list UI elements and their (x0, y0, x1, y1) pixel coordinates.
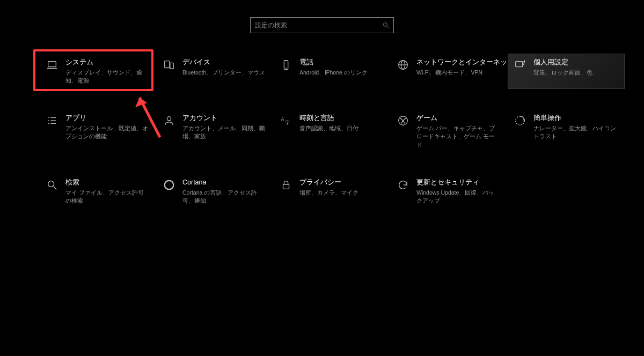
tile-title: 簡単操作 (533, 114, 617, 123)
tile-title: 検索 (65, 178, 149, 187)
svg-point-24 (48, 181, 54, 187)
person-icon (163, 115, 175, 127)
svg-rect-5 (170, 63, 173, 69)
tile-title: 時刻と言語 (299, 114, 358, 123)
tile-cortana[interactable]: Cortana Cortana の言語、アクセス許可、通知 (157, 174, 274, 209)
tile-desc: Windows Update、回復、バックアップ (416, 189, 500, 205)
magnifier-icon (46, 179, 58, 191)
ease-icon (514, 115, 526, 127)
tile-title: ゲーム (416, 114, 500, 123)
tile-phone[interactable]: 電話 Android、iPhone のリンク (274, 54, 391, 89)
svg-line-25 (54, 187, 57, 190)
tile-system[interactable]: システム ディスプレイ、サウンド、通知、電源 (40, 54, 157, 89)
lock-icon (280, 179, 292, 191)
tile-desc: ゲーム バー、キャプチャ、ブロードキャスト、ゲーム モード (416, 124, 500, 149)
globe-icon (397, 59, 409, 71)
tile-desc: Bluetooth、プリンター、マウス (182, 69, 265, 77)
svg-rect-4 (165, 61, 170, 68)
tile-desc: アカウント、メール、同期、職場、家族 (182, 124, 266, 140)
svg-text:A: A (281, 117, 284, 122)
svg-point-26 (165, 181, 174, 190)
tile-title: プライバシー (299, 178, 358, 187)
svg-rect-2 (48, 62, 56, 67)
sync-icon (397, 179, 409, 191)
svg-point-19 (167, 117, 171, 121)
devices-icon (163, 59, 175, 71)
tile-gaming[interactable]: ゲーム ゲーム バー、キャプチャ、ブロードキャスト、ゲーム モード (391, 109, 508, 153)
tile-desc: アンインストール、既定値、オプションの機能 (65, 124, 149, 140)
tile-title: ネットワークとインターネット (416, 58, 514, 67)
tile-title: 更新とセキュリティ (416, 178, 500, 187)
search-input[interactable] (250, 17, 394, 33)
tile-desc: 場所、カメラ、マイク (299, 189, 358, 197)
tile-title: デバイス (182, 58, 265, 67)
tile-accounts[interactable]: アカウント アカウント、メール、同期、職場、家族 (157, 109, 274, 153)
tile-time-language[interactable]: A字 時刻と言語 音声認識、地域、日付 (274, 109, 391, 153)
tile-title: アプリ (65, 114, 149, 123)
tile-desc: 背景、ロック画面、色 (533, 69, 592, 77)
tile-title: 個人用設定 (533, 58, 592, 67)
tile-devices[interactable]: デバイス Bluetooth、プリンター、マウス (157, 54, 274, 89)
tile-personalization[interactable]: 個人用設定 背景、ロック画面、色 (508, 54, 625, 89)
language-icon: A字 (280, 115, 292, 127)
tile-title: システム (65, 58, 149, 67)
tile-update-security[interactable]: 更新とセキュリティ Windows Update、回復、バックアップ (391, 174, 508, 209)
svg-rect-12 (516, 62, 523, 67)
tile-title: 電話 (299, 58, 368, 67)
svg-text:字: 字 (285, 121, 290, 126)
phone-icon (280, 59, 292, 71)
laptop-icon (46, 59, 58, 71)
tile-title: アカウント (182, 114, 266, 123)
tile-search[interactable]: 検索 マイ ファイル、アクセス許可の検索 (40, 174, 157, 209)
tile-privacy[interactable]: プライバシー 場所、カメラ、マイク (274, 174, 391, 209)
apps-list-icon (46, 115, 58, 127)
tile-desc: ナレーター、拡大鏡、ハイコントラスト (533, 124, 617, 140)
tile-apps[interactable]: アプリ アンインストール、既定値、オプションの機能 (40, 109, 157, 153)
settings-grid: システム ディスプレイ、サウンド、通知、電源 デバイス Bluetooth、プリ… (40, 54, 626, 209)
tile-ease-of-access[interactable]: 簡単操作 ナレーター、拡大鏡、ハイコントラスト (508, 109, 625, 153)
tile-desc: マイ ファイル、アクセス許可の検索 (65, 189, 149, 205)
tile-desc: Android、iPhone のリンク (299, 69, 368, 77)
tile-desc: Cortana の言語、アクセス許可、通知 (182, 189, 266, 205)
tile-title: Cortana (182, 178, 266, 187)
svg-rect-27 (283, 184, 289, 189)
paint-icon (514, 59, 526, 71)
cortana-icon (163, 179, 175, 191)
search-box[interactable] (250, 17, 394, 33)
tile-desc: 音声認識、地域、日付 (299, 124, 358, 132)
xbox-icon (397, 115, 409, 127)
tile-desc: Wi-Fi、機内モード、VPN (416, 69, 514, 77)
tile-desc: ディスプレイ、サウンド、通知、電源 (65, 69, 149, 85)
tile-network[interactable]: ネットワークとインターネット Wi-Fi、機内モード、VPN (391, 54, 508, 89)
